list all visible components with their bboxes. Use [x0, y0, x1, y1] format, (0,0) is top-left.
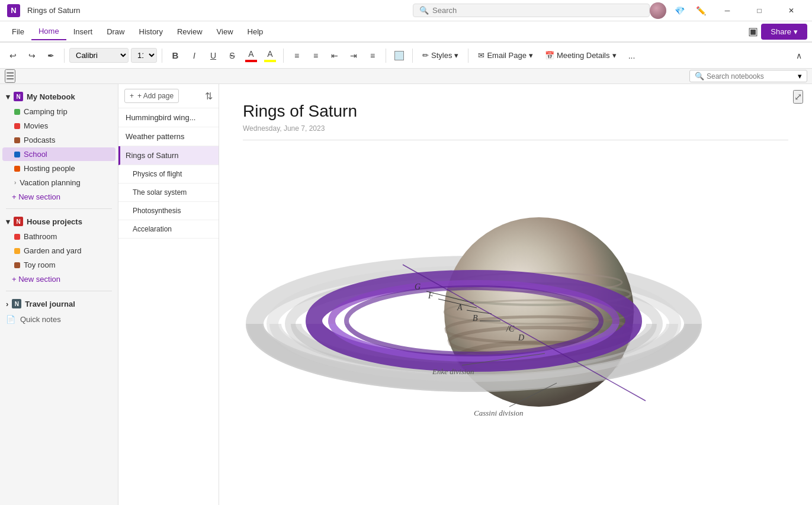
page-date: Wednesday, June 7, 2023 — [243, 124, 788, 140]
maximize-button[interactable]: □ — [746, 0, 773, 21]
decrease-indent-button[interactable]: ⇤ — [326, 47, 343, 64]
section-color — [14, 137, 20, 143]
sidebar-item-movies[interactable]: Movies — [2, 119, 115, 133]
page-item-solar-system[interactable]: The solar system — [118, 184, 219, 202]
sidebar: ▾ N My Notebook Camping trip Movies Podc… — [0, 84, 118, 505]
menu-review[interactable]: Review — [170, 24, 210, 40]
collapse-bar: ☰ 🔍 ▾ — [0, 69, 812, 84]
sidebar-item-garden-and-yard[interactable]: Garden and yard — [2, 244, 115, 258]
page-item-hummingbird[interactable]: Hummingbird wing... — [118, 108, 219, 127]
menu-history[interactable]: History — [132, 24, 170, 40]
collapse-ribbon-button[interactable]: ∧ — [791, 47, 807, 64]
quick-notes-button[interactable]: 📄 Quick notes — [0, 311, 116, 327]
email-page-button[interactable]: ✉ Email Page ▾ — [473, 49, 537, 62]
add-icon: + — [130, 92, 134, 100]
toolbar: ↩ ↪ ✒ Calibri 11 B I U S A A ≡ ≡ ⇤ ⇥ ≡ ✏… — [0, 43, 812, 69]
sort-pages-button[interactable]: ⇅ — [205, 91, 213, 102]
ring-b-label: B — [473, 314, 478, 323]
sidebar-item-vacation-planning[interactable]: › Vacation planning — [2, 176, 115, 189]
close-button[interactable]: ✕ — [778, 0, 805, 21]
increase-indent-button[interactable]: ⇥ — [345, 47, 362, 64]
styles-button[interactable]: ✏ Styles ▾ — [418, 49, 463, 62]
expand-button[interactable]: ⤢ — [793, 90, 803, 104]
align-button[interactable]: ≡ — [364, 47, 381, 64]
menu-view[interactable]: View — [210, 24, 240, 40]
strikethrough-button[interactable]: S — [224, 47, 240, 64]
menu-draw[interactable]: Draw — [100, 24, 131, 40]
add-page-button[interactable]: + + Add page — [124, 89, 179, 103]
sidebar-item-school[interactable]: School — [2, 147, 115, 161]
highlight-button[interactable]: A — [262, 47, 278, 64]
my-notebook-header[interactable]: ▾ N My Notebook — [0, 89, 118, 104]
page-item-physics[interactable]: Physics of flight — [118, 165, 219, 184]
ring-a-label: A — [457, 303, 463, 312]
text-color-box-button[interactable] — [391, 47, 407, 64]
italic-button[interactable]: I — [186, 47, 203, 64]
section-color — [14, 262, 20, 268]
ring-d-label: D — [518, 333, 524, 342]
global-search[interactable]: 🔍 — [413, 4, 650, 17]
numbered-list-button[interactable]: ≡ — [307, 47, 324, 64]
hamburger-button[interactable]: ☰ — [5, 69, 15, 83]
sidebar-item-podcasts[interactable]: Podcasts — [2, 133, 115, 147]
chevron-right-icon: › — [6, 300, 8, 308]
menu-insert[interactable]: Insert — [66, 24, 100, 40]
house-projects-icon: N — [14, 217, 23, 226]
sidebar-divider — [6, 208, 112, 209]
more-options-button[interactable]: ... — [624, 47, 640, 64]
travel-journal-header[interactable]: › N Travel journal — [0, 296, 118, 311]
font-size-select[interactable]: 11 — [131, 48, 157, 63]
chevron-down-icon: ▾ — [612, 51, 617, 60]
sidebar-item-camping-trip[interactable]: Camping trip — [2, 105, 115, 118]
bold-button[interactable]: B — [167, 47, 184, 64]
sidebar-divider-2 — [6, 291, 112, 291]
chevron-down-icon: ▾ — [6, 92, 10, 101]
diamond-button[interactable]: 💎 — [671, 2, 688, 19]
chevron-down-icon: ▾ — [6, 217, 10, 226]
sidebar-item-bathroom[interactable]: Bathroom — [2, 230, 115, 243]
minimize-button[interactable]: ─ — [714, 0, 741, 21]
format-painter-button[interactable]: ✒ — [43, 47, 59, 64]
notebook-view-button[interactable]: ▣ — [744, 23, 761, 40]
sidebar-item-toy-room[interactable]: Toy room — [2, 258, 115, 272]
menu-file[interactable]: File — [5, 24, 31, 40]
search-notebooks-input[interactable] — [707, 72, 795, 81]
page-item-rings-of-saturn[interactable]: Rings of Saturn — [118, 146, 219, 165]
email-icon: ✉ — [478, 51, 484, 60]
page-item-photosynthesis[interactable]: Photosynthesis — [118, 202, 219, 220]
share-button[interactable]: Share ▾ — [761, 24, 807, 40]
bullets-button[interactable]: ≡ — [288, 47, 305, 64]
chevron-right-icon: › — [14, 179, 16, 186]
page-title: Rings of Saturn — [243, 102, 788, 121]
pen-button[interactable]: ✏️ — [692, 2, 709, 19]
redo-button[interactable]: ↪ — [24, 47, 40, 64]
undo-button[interactable]: ↩ — [5, 47, 21, 64]
meeting-details-button[interactable]: 📅 Meeting Details ▾ — [540, 49, 621, 62]
search-input[interactable] — [432, 6, 643, 15]
menu-help[interactable]: Help — [240, 24, 271, 40]
pages-panel: + + Add page ⇅ Hummingbird wing... Weath… — [118, 84, 219, 505]
new-section-my-notebook[interactable]: + New section — [0, 190, 118, 204]
house-projects-header[interactable]: ▾ N House projects — [0, 214, 118, 229]
font-name-select[interactable]: Calibri — [69, 48, 129, 63]
page-item-weather[interactable]: Weather patterns — [118, 127, 219, 146]
underline-button[interactable]: U — [205, 47, 222, 64]
sidebar-item-hosting-people[interactable]: Hosting people — [2, 162, 115, 175]
section-color — [14, 109, 20, 115]
search-icon: 🔍 — [695, 72, 704, 81]
page-item-accelaration[interactable]: Accelaration — [118, 220, 219, 239]
menu-home[interactable]: Home — [31, 23, 66, 40]
search-notebooks-box[interactable]: 🔍 ▾ — [689, 70, 807, 82]
avatar[interactable] — [650, 2, 666, 19]
chevron-down-icon: ▾ — [798, 72, 802, 81]
separator — [412, 49, 413, 63]
ring-c-label: /C — [506, 324, 515, 333]
app-logo: N — [7, 4, 20, 17]
saturn-svg: G F A B /C D Enke division — [243, 152, 705, 460]
separator — [386, 49, 386, 63]
quick-notes-icon: 📄 — [6, 315, 15, 324]
search-icon: 🔍 — [419, 6, 429, 15]
separator — [468, 49, 468, 63]
font-color-button[interactable]: A — [243, 47, 259, 64]
new-section-house-projects[interactable]: + New section — [0, 272, 118, 286]
